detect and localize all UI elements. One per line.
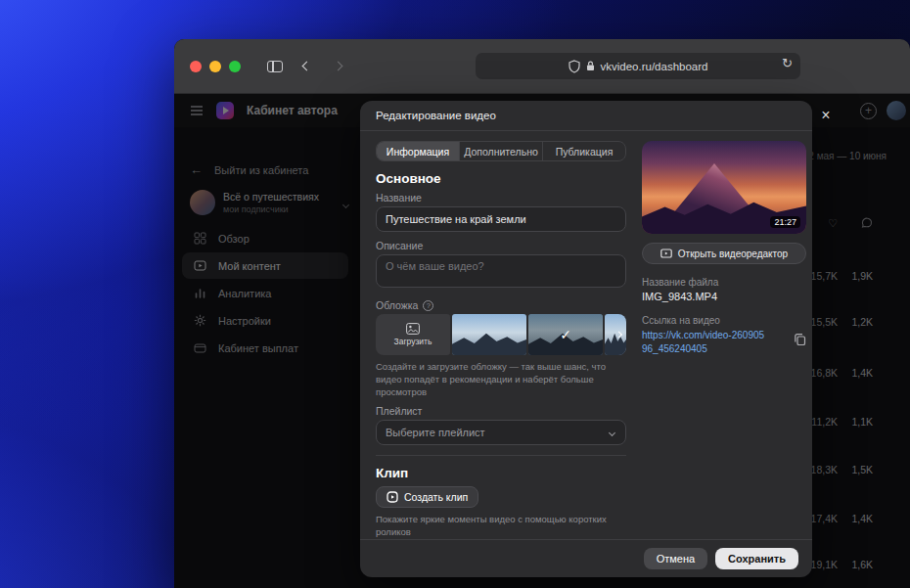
cover-option-1[interactable] bbox=[452, 314, 526, 355]
modal-tabs: Информация Дополнительно Публикация bbox=[376, 141, 626, 161]
tab-information[interactable]: Информация bbox=[377, 142, 459, 160]
video-link-label: Ссылка на видео bbox=[642, 315, 806, 326]
video-duration-badge: 21:27 bbox=[770, 216, 800, 228]
minimize-window-button[interactable] bbox=[209, 61, 221, 72]
playlist-select[interactable]: Выберите плейлист bbox=[376, 420, 626, 445]
cover-option-2-selected[interactable]: ✓ bbox=[528, 314, 603, 355]
create-clip-label: Создать клип bbox=[404, 491, 468, 503]
info-icon[interactable]: ? bbox=[423, 300, 433, 311]
tab-publication[interactable]: Публикация bbox=[542, 142, 625, 160]
save-button[interactable]: Сохранить bbox=[715, 548, 798, 569]
file-name-value: IMG_9843.MP4 bbox=[642, 291, 806, 302]
video-editor-icon bbox=[660, 248, 672, 259]
close-window-button[interactable] bbox=[190, 61, 202, 72]
title-field-label: Название bbox=[376, 192, 626, 204]
clip-icon bbox=[387, 491, 398, 503]
open-video-editor-button[interactable]: Открыть видеоредактор bbox=[642, 243, 806, 264]
clip-section: Клип Создать клип Покажите яркие моменты… bbox=[376, 455, 626, 539]
check-icon: ✓ bbox=[528, 314, 603, 355]
lock-icon bbox=[586, 61, 595, 71]
window-controls bbox=[190, 61, 241, 72]
title-input[interactable] bbox=[376, 206, 626, 232]
back-icon[interactable] bbox=[296, 56, 317, 77]
desktop-background: vkvideo.ru/dashboard ↻ Кабинет автора + bbox=[0, 0, 910, 588]
zoom-window-button[interactable] bbox=[229, 61, 241, 72]
upload-cover-button[interactable]: Загрузить bbox=[376, 314, 450, 355]
section-clip-heading: Клип bbox=[376, 466, 626, 480]
cancel-button[interactable]: Отмена bbox=[644, 548, 707, 569]
modal-title: Редактирование видео bbox=[360, 101, 812, 131]
modal-footer: Отмена Сохранить bbox=[360, 539, 812, 577]
carousel-next-icon[interactable] bbox=[616, 333, 621, 338]
cover-carousel: Загрузить ✓ bbox=[376, 314, 626, 355]
video-link[interactable]: https://vk.com/video-26090596_456240405 bbox=[642, 329, 767, 356]
browser-toolbar: vkvideo.ru/dashboard ↻ bbox=[174, 39, 910, 94]
upload-label: Загрузить bbox=[394, 337, 432, 346]
url-text: vkvideo.ru/dashboard bbox=[601, 61, 708, 72]
file-name-label: Название файла bbox=[642, 277, 806, 288]
description-field-label: Описание bbox=[376, 240, 626, 251]
create-clip-button[interactable]: Создать клип bbox=[376, 486, 478, 508]
shield-icon bbox=[569, 60, 580, 73]
browser-window: vkvideo.ru/dashboard ↻ Кабинет автора + bbox=[174, 39, 910, 588]
video-thumbnail: 21:27 bbox=[642, 141, 806, 234]
playlist-field-label: Плейлист bbox=[376, 405, 626, 417]
tab-additional[interactable]: Дополнительно bbox=[459, 142, 542, 160]
section-main-heading: Основное bbox=[376, 171, 626, 186]
open-video-editor-label: Открыть видеоредактор bbox=[678, 249, 788, 259]
chevron-down-icon bbox=[609, 430, 615, 436]
edit-video-modal: Редактирование видео Информация Дополнит… bbox=[360, 101, 812, 577]
cover-field-label: Обложка bbox=[376, 299, 418, 311]
description-input[interactable] bbox=[376, 254, 626, 288]
copy-icon[interactable] bbox=[794, 333, 806, 345]
refresh-icon[interactable]: ↻ bbox=[782, 56, 793, 70]
playlist-placeholder: Выберите плейлист bbox=[386, 427, 485, 438]
forward-icon[interactable] bbox=[327, 56, 348, 77]
address-bar[interactable]: vkvideo.ru/dashboard ↻ bbox=[476, 53, 800, 79]
image-icon bbox=[406, 323, 420, 335]
vk-dashboard-page: Кабинет автора + ← Выйти из кабинета Всё… bbox=[174, 94, 910, 588]
clip-hint-text: Покажите яркие моменты видео с помощью к… bbox=[376, 513, 626, 538]
cover-hint-text: Создайте и загрузите обложку — так выше … bbox=[376, 360, 626, 398]
close-icon[interactable]: × bbox=[816, 106, 836, 125]
sidebar-toggle-icon[interactable] bbox=[264, 56, 286, 77]
